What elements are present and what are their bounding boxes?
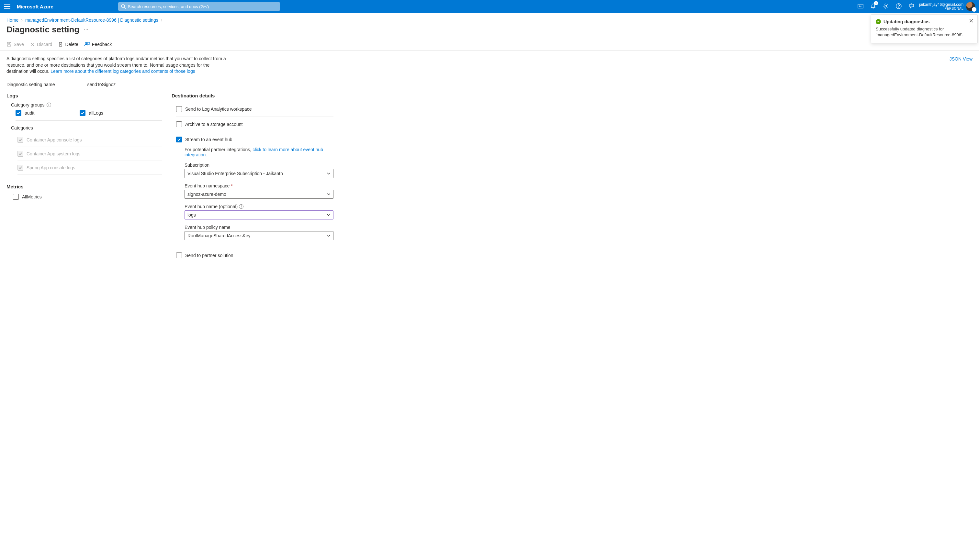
setting-name-label: Diagnostic setting name <box>7 82 55 87</box>
info-icon[interactable]: i <box>239 204 243 209</box>
close-icon <box>30 42 35 47</box>
notification-toast: Updating diagnostics Successfully update… <box>871 14 978 43</box>
chevron-right-icon: › <box>21 17 23 23</box>
svg-rect-2 <box>858 4 863 8</box>
discard-button: Discard <box>30 42 52 47</box>
feedback-button[interactable]: Feedback <box>84 42 112 47</box>
svg-point-6 <box>896 3 901 9</box>
namespace-select[interactable]: signoz-azure-demo <box>185 190 334 199</box>
logs-heading: Logs <box>7 93 162 98</box>
feedback-icon[interactable] <box>909 3 915 10</box>
notifications-icon[interactable]: 1 <box>871 3 876 10</box>
breadcrumb: Home › managedEnvironment-DefaultResourc… <box>0 13 979 23</box>
checkbox-alllogs[interactable]: allLogs <box>80 110 103 116</box>
account-scope: PERSONAL <box>919 7 964 11</box>
trash-icon <box>58 42 63 47</box>
more-actions-icon[interactable]: ⋯ <box>84 27 89 32</box>
delete-button[interactable]: Delete <box>58 42 78 47</box>
settings-icon[interactable] <box>883 3 889 10</box>
top-navigation-bar: Microsoft Azure 1 jaikanthjay46@gmail.co… <box>0 0 979 13</box>
policy-label: Event hub policy name <box>185 225 334 230</box>
chevron-down-icon <box>327 234 330 238</box>
toast-close-button[interactable] <box>969 18 974 24</box>
svg-point-9 <box>85 42 87 44</box>
json-view-link[interactable]: JSON View <box>949 56 972 62</box>
svg-point-0 <box>122 5 125 8</box>
svg-point-7 <box>898 7 899 8</box>
brand-label[interactable]: Microsoft Azure <box>17 4 53 9</box>
subscription-label: Subscription <box>185 162 334 168</box>
avatar[interactable] <box>966 2 975 11</box>
hubname-select[interactable]: logs <box>185 210 334 220</box>
save-button: Save <box>7 42 24 47</box>
account-email: jaikanthjay46@gmail.com <box>919 2 964 7</box>
svg-point-8 <box>910 3 911 4</box>
global-search[interactable] <box>118 2 280 11</box>
checkbox-send-partner[interactable]: Send to partner solution <box>176 252 334 258</box>
checkbox-allmetrics[interactable]: AllMetrics <box>13 194 162 200</box>
chevron-right-icon: › <box>161 17 162 23</box>
categories-label: Categories <box>11 125 162 130</box>
checkbox-container-console-logs: Container App console logs <box>17 133 162 147</box>
toast-title: Updating diagnostics <box>884 19 929 24</box>
policy-select[interactable]: RootManageSharedAccessKey <box>185 231 334 240</box>
hamburger-menu-icon[interactable] <box>4 4 10 9</box>
category-groups-label: Category groups i <box>11 102 162 107</box>
setting-name-value: sendToSignoz <box>87 82 115 87</box>
svg-line-1 <box>124 7 126 9</box>
save-icon <box>7 42 12 47</box>
breadcrumb-home[interactable]: Home <box>7 17 18 23</box>
checkbox-audit[interactable]: audit <box>15 110 34 116</box>
account-block[interactable]: jaikanthjay46@gmail.com PERSONAL <box>919 2 964 11</box>
page-title: Diagnostic setting <box>7 25 79 35</box>
chevron-down-icon <box>327 172 330 175</box>
search-icon <box>121 4 126 9</box>
description-text: A diagnostic setting specifies a list of… <box>7 56 227 75</box>
notification-badge: 1 <box>874 1 878 5</box>
cloud-shell-icon[interactable] <box>857 3 864 10</box>
checkbox-log-analytics[interactable]: Send to Log Analytics workspace <box>176 106 334 112</box>
subscription-select[interactable]: Visual Studio Enterprise Subscription - … <box>185 169 334 178</box>
feedback-person-icon <box>84 42 90 47</box>
learn-more-link[interactable]: Learn more about the different log categ… <box>50 68 195 74</box>
command-bar: Save Discard Delete Feedback <box>0 37 979 50</box>
checkbox-stream-event-hub[interactable]: Stream to an event hub <box>176 137 334 142</box>
checkbox-container-system-logs: Container App system logs <box>17 147 162 161</box>
chevron-down-icon <box>327 213 330 217</box>
help-icon[interactable] <box>896 3 902 10</box>
metrics-heading: Metrics <box>7 184 162 189</box>
destination-heading: Destination details <box>172 93 334 98</box>
checkbox-archive-storage[interactable]: Archive to a storage account <box>176 122 334 127</box>
success-icon <box>876 19 881 24</box>
namespace-label: Event hub namespace* <box>185 183 334 188</box>
svg-point-5 <box>885 5 887 7</box>
search-input[interactable] <box>118 2 280 11</box>
hubname-label: Event hub name (optional) i <box>185 204 334 209</box>
close-icon <box>969 18 974 23</box>
chevron-down-icon <box>327 192 330 196</box>
info-icon[interactable]: i <box>47 103 51 107</box>
breadcrumb-resource[interactable]: managedEnvironment-DefaultResource-8996 … <box>25 17 158 23</box>
toast-body: Successfully updated diagnostics for 'ma… <box>876 26 973 38</box>
svg-point-4 <box>873 7 874 8</box>
checkbox-spring-console-logs: Spring App console logs <box>17 161 162 175</box>
